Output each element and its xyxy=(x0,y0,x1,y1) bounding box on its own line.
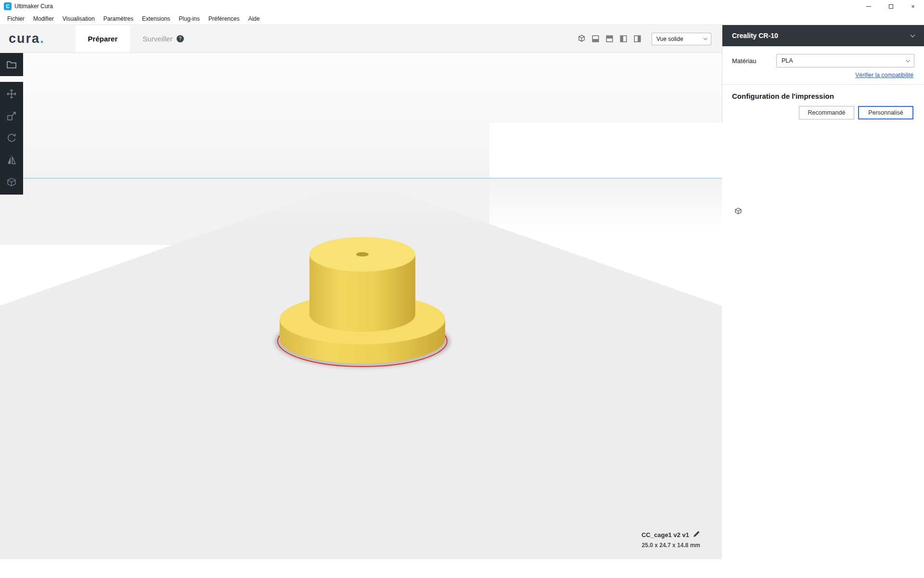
mirror-tool-button[interactable] xyxy=(0,149,23,171)
menu-aide[interactable]: Aide xyxy=(244,15,264,22)
setting-input[interactable]: 1.75mm xyxy=(858,391,912,403)
setting-input[interactable]: 195°C xyxy=(858,365,912,377)
setting-input[interactable]: 50mm/s xyxy=(858,443,912,455)
save-to-file-button[interactable]: Enregistrer sous Fichier xyxy=(820,536,914,553)
rotate-tool-button[interactable] xyxy=(0,127,23,149)
setting-input[interactable]: 0.3mm xyxy=(858,192,912,203)
setting-input[interactable]: 210°C xyxy=(858,313,912,325)
recommended-mode-button[interactable]: Recommandé xyxy=(799,106,854,119)
compatibility-link[interactable]: Vérifier la compatibilité xyxy=(855,72,913,79)
revert-icon[interactable]: ↺ xyxy=(841,368,847,374)
revert-icon[interactable]: ↺ xyxy=(849,194,855,201)
setting-input[interactable]: 0.2mm xyxy=(858,179,912,190)
redo-icon[interactable]: ↻ xyxy=(841,355,847,361)
view-left-icon[interactable] xyxy=(618,34,629,44)
close-button[interactable]: × xyxy=(902,0,924,13)
tab-preparer[interactable]: Préparer xyxy=(76,25,130,53)
tray-expand-icon[interactable] xyxy=(829,567,833,571)
task-view-button[interactable] xyxy=(44,559,66,578)
clock[interactable]: 18:00 07/02/2018 xyxy=(879,563,905,575)
printer-selector[interactable]: Creality CR-10 xyxy=(722,25,924,46)
volume-icon[interactable] xyxy=(850,564,858,574)
setting-category-material[interactable]: Matériau xyxy=(722,298,924,312)
custom-mode-button[interactable]: Personnalisé xyxy=(858,106,913,119)
revert-icon[interactable]: ↺ xyxy=(849,248,855,254)
setting-input[interactable]: 25% xyxy=(858,273,912,284)
setting-category-quality[interactable]: Qualité xyxy=(722,163,924,178)
rename-pencil-icon[interactable] xyxy=(693,530,700,539)
view-front-icon[interactable] xyxy=(590,34,601,44)
menu-visualisation[interactable]: Visualisation xyxy=(58,15,99,22)
setting-input[interactable]: 195°C xyxy=(858,352,912,364)
redo-icon[interactable]: ↻ xyxy=(841,235,847,241)
setting-input[interactable]: 60mm/s xyxy=(858,471,912,482)
cura-taskbar-icon[interactable]: C xyxy=(155,559,177,578)
view-right-icon[interactable] xyxy=(632,34,642,44)
menu-fichier[interactable]: Fichier xyxy=(3,15,29,22)
redo-icon[interactable]: ↻ xyxy=(841,342,847,348)
setting-input[interactable]: 120mm/s xyxy=(858,484,912,495)
maximize-button[interactable] xyxy=(880,0,902,13)
setting-input[interactable]: 60°C xyxy=(858,378,912,390)
info-icon[interactable]: i xyxy=(848,342,855,348)
setting-input[interactable]: 200°C xyxy=(858,339,912,351)
search-input[interactable] xyxy=(732,145,914,158)
info-icon[interactable]: i xyxy=(848,235,855,241)
setting-input[interactable]: 4 xyxy=(858,232,912,244)
setting-input[interactable]: 0 xyxy=(858,286,912,297)
star-icon[interactable]: ★ xyxy=(897,129,902,136)
revert-icon[interactable]: ↺ xyxy=(849,433,855,439)
menu-preferences[interactable]: Préférences xyxy=(204,15,244,22)
language-indicator[interactable]: FRA xyxy=(863,566,873,572)
setting-label: Température d'im... couche initiale xyxy=(742,342,841,348)
revert-icon[interactable]: ↺ xyxy=(849,315,855,322)
profile-select[interactable]: Draft Quality- 0.2mm ★ xyxy=(776,126,914,139)
info-icon[interactable]: i xyxy=(848,355,855,361)
viewport-3d[interactable]: CC_cage1 v2 v1 25.0 x 24.7 x 14.8 mm xyxy=(0,53,722,559)
revert-icon[interactable]: ↺ xyxy=(849,222,855,228)
menu-extensions[interactable]: Extensions xyxy=(138,15,175,22)
setting-input[interactable]: 210°C xyxy=(858,326,912,338)
setting-input[interactable]: 0.8mm xyxy=(858,245,912,257)
info-icon[interactable]: i xyxy=(848,328,855,335)
view-top-icon[interactable] xyxy=(604,34,615,44)
revert-icon[interactable]: ↺ xyxy=(849,275,855,282)
setting-input[interactable]: 0.4mm xyxy=(858,219,912,231)
info-icon[interactable]: i xyxy=(848,446,855,452)
security-alert-icon[interactable] xyxy=(837,565,845,572)
chevron-down-icon xyxy=(911,33,915,38)
move-tool-button[interactable] xyxy=(0,83,23,105)
speed-icon xyxy=(735,459,742,466)
setting-category-infill[interactable]: Remplissage xyxy=(722,257,924,272)
store-taskbar-icon[interactable] xyxy=(111,559,133,578)
menu-parametres[interactable]: Paramètres xyxy=(99,15,138,22)
setting-input[interactable]: 100% xyxy=(858,404,912,416)
setting-checkbox[interactable] xyxy=(858,419,865,426)
scrollbar-thumb[interactable] xyxy=(919,166,924,328)
tab-surveiller[interactable]: Surveiller ? xyxy=(130,25,196,53)
view-3d-icon[interactable] xyxy=(576,34,587,44)
setting-category-shell[interactable]: Coque xyxy=(722,204,924,218)
menu-plugins[interactable]: Plug-ins xyxy=(175,15,204,22)
scale-tool-button[interactable] xyxy=(0,105,23,127)
open-file-button[interactable] xyxy=(0,53,23,76)
per-model-settings-button[interactable] xyxy=(0,171,23,194)
edge-taskbar-icon[interactable]: e xyxy=(66,559,89,578)
cortana-search-button[interactable] xyxy=(22,559,44,578)
chrome-taskbar-icon[interactable] xyxy=(133,559,155,578)
view-mode-select[interactable]: Vue solide xyxy=(652,33,711,45)
revert-icon[interactable]: ↺ xyxy=(849,381,855,387)
minimize-button[interactable] xyxy=(858,0,880,13)
action-center-icon[interactable] xyxy=(911,564,918,574)
setting-category-speed[interactable]: Vitesse xyxy=(722,455,924,470)
setting-row: Hauteur de la couche initiale↺0.3mm xyxy=(722,191,924,204)
file-explorer-taskbar-icon[interactable] xyxy=(89,559,111,578)
setting-input[interactable]: 6mm xyxy=(858,430,912,442)
redo-icon[interactable]: ↻ xyxy=(841,328,847,335)
info-icon[interactable]: i xyxy=(848,368,855,374)
menu-modifier[interactable]: Modifier xyxy=(29,15,58,22)
start-button[interactable] xyxy=(0,559,22,578)
redo-icon[interactable]: ↻ xyxy=(841,446,847,452)
model-3d[interactable] xyxy=(269,225,456,380)
material-select[interactable]: PLA xyxy=(776,54,914,67)
